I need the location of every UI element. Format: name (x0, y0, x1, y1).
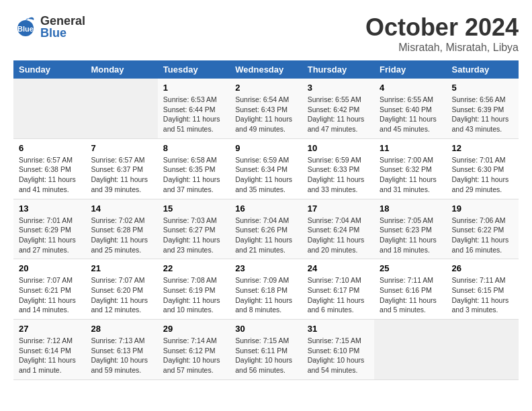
calendar-cell: 29Sunrise: 7:14 AMSunset: 6:12 PMDayligh… (158, 320, 230, 380)
calendar-cell: 21Sunrise: 7:07 AMSunset: 6:20 PMDayligh… (85, 259, 157, 320)
day-number: 29 (163, 324, 224, 334)
day-number: 22 (163, 263, 224, 273)
calendar-cell: 5Sunrise: 6:56 AMSunset: 6:39 PMDaylight… (447, 79, 519, 138)
day-number: 21 (91, 263, 152, 273)
calendar-cell: 23Sunrise: 7:09 AMSunset: 6:18 PMDayligh… (230, 259, 302, 320)
calendar-cell: 4Sunrise: 6:55 AMSunset: 6:40 PMDaylight… (374, 79, 446, 138)
calendar-cell (447, 320, 519, 380)
day-header-saturday: Saturday (447, 60, 519, 79)
calendar-cell: 12Sunrise: 7:01 AMSunset: 6:30 PMDayligh… (447, 138, 519, 199)
day-number: 19 (452, 203, 513, 214)
calendar-cell: 19Sunrise: 7:06 AMSunset: 6:22 PMDayligh… (447, 199, 519, 259)
day-number: 1 (163, 83, 224, 93)
week-row-4: 20Sunrise: 7:07 AMSunset: 6:21 PMDayligh… (13, 259, 519, 320)
calendar-cell: 14Sunrise: 7:02 AMSunset: 6:28 PMDayligh… (85, 199, 157, 259)
calendar-cell: 28Sunrise: 7:13 AMSunset: 6:13 PMDayligh… (85, 320, 157, 380)
week-row-1: 1Sunrise: 6:53 AMSunset: 6:44 PMDaylight… (13, 79, 519, 138)
day-number: 23 (235, 263, 296, 273)
day-info: Sunrise: 7:07 AMSunset: 6:20 PMDaylight:… (91, 275, 152, 315)
day-info: Sunrise: 6:55 AMSunset: 6:42 PMDaylight:… (308, 95, 369, 134)
day-info: Sunrise: 7:13 AMSunset: 6:13 PMDaylight:… (91, 336, 152, 375)
day-info: Sunrise: 7:09 AMSunset: 6:18 PMDaylight:… (235, 275, 296, 315)
calendar-cell: 22Sunrise: 7:08 AMSunset: 6:19 PMDayligh… (158, 259, 230, 320)
day-header-sunday: Sunday (13, 60, 85, 79)
day-number: 10 (308, 143, 369, 153)
day-number: 12 (452, 143, 513, 153)
calendar-cell: 8Sunrise: 6:58 AMSunset: 6:35 PMDaylight… (158, 138, 230, 199)
day-info: Sunrise: 7:01 AMSunset: 6:30 PMDaylight:… (452, 155, 513, 195)
calendar-cell: 6Sunrise: 6:57 AMSunset: 6:38 PMDaylight… (13, 138, 85, 199)
calendar-cell: 18Sunrise: 7:05 AMSunset: 6:23 PMDayligh… (374, 199, 446, 259)
day-number: 5 (452, 83, 513, 93)
calendar-cell: 13Sunrise: 7:01 AMSunset: 6:29 PMDayligh… (13, 199, 85, 259)
day-number: 6 (19, 143, 80, 153)
calendar-cell: 25Sunrise: 7:11 AMSunset: 6:16 PMDayligh… (374, 259, 446, 320)
logo: Blue General Blue (13, 13, 85, 41)
day-info: Sunrise: 7:03 AMSunset: 6:27 PMDaylight:… (163, 216, 224, 255)
day-number: 17 (308, 203, 369, 214)
calendar-cell: 2Sunrise: 6:54 AMSunset: 6:43 PMDaylight… (230, 79, 302, 138)
logo-general-text: General (40, 15, 85, 27)
day-number: 4 (380, 83, 441, 93)
calendar-cell: 30Sunrise: 7:15 AMSunset: 6:11 PMDayligh… (230, 320, 302, 380)
calendar-cell: 9Sunrise: 6:59 AMSunset: 6:34 PMDaylight… (230, 138, 302, 199)
day-number: 2 (235, 83, 296, 93)
day-number: 14 (91, 203, 152, 214)
day-number: 24 (308, 263, 369, 273)
day-info: Sunrise: 6:56 AMSunset: 6:39 PMDaylight:… (452, 95, 513, 134)
day-number: 28 (91, 324, 152, 334)
calendar-cell: 26Sunrise: 7:11 AMSunset: 6:15 PMDayligh… (447, 259, 519, 320)
calendar-cell: 11Sunrise: 7:00 AMSunset: 6:32 PMDayligh… (374, 138, 446, 199)
day-info: Sunrise: 7:01 AMSunset: 6:29 PMDaylight:… (19, 216, 80, 255)
day-info: Sunrise: 7:08 AMSunset: 6:19 PMDaylight:… (163, 275, 224, 315)
day-header-friday: Friday (374, 60, 446, 79)
day-info: Sunrise: 7:11 AMSunset: 6:16 PMDaylight:… (380, 275, 441, 315)
day-info: Sunrise: 6:59 AMSunset: 6:33 PMDaylight:… (308, 155, 369, 195)
logo-blue-text: Blue (40, 27, 85, 39)
calendar-cell (13, 79, 85, 138)
svg-text:Blue: Blue (17, 25, 34, 33)
month-title: October 2024 (365, 13, 519, 42)
day-info: Sunrise: 7:07 AMSunset: 6:21 PMDaylight:… (19, 275, 80, 315)
day-info: Sunrise: 7:15 AMSunset: 6:11 PMDaylight:… (235, 336, 296, 375)
day-info: Sunrise: 7:00 AMSunset: 6:32 PMDaylight:… (380, 155, 441, 195)
calendar-cell: 1Sunrise: 6:53 AMSunset: 6:44 PMDaylight… (158, 79, 230, 138)
day-info: Sunrise: 6:57 AMSunset: 6:38 PMDaylight:… (19, 155, 80, 195)
day-info: Sunrise: 7:11 AMSunset: 6:15 PMDaylight:… (452, 275, 513, 315)
day-info: Sunrise: 7:12 AMSunset: 6:14 PMDaylight:… (19, 336, 80, 375)
day-number: 8 (163, 143, 224, 153)
day-number: 30 (235, 324, 296, 334)
location-subtitle: Misratah, Misratah, Libya (365, 42, 519, 54)
day-info: Sunrise: 7:06 AMSunset: 6:22 PMDaylight:… (452, 216, 513, 255)
week-row-2: 6Sunrise: 6:57 AMSunset: 6:38 PMDaylight… (13, 138, 519, 199)
day-info: Sunrise: 7:14 AMSunset: 6:12 PMDaylight:… (163, 336, 224, 375)
day-number: 18 (380, 203, 441, 214)
day-info: Sunrise: 6:53 AMSunset: 6:44 PMDaylight:… (163, 95, 224, 134)
day-info: Sunrise: 6:58 AMSunset: 6:35 PMDaylight:… (163, 155, 224, 195)
calendar-cell: 7Sunrise: 6:57 AMSunset: 6:37 PMDaylight… (85, 138, 157, 199)
day-info: Sunrise: 6:59 AMSunset: 6:34 PMDaylight:… (235, 155, 296, 195)
calendar-cell (85, 79, 157, 138)
calendar-cell: 27Sunrise: 7:12 AMSunset: 6:14 PMDayligh… (13, 320, 85, 380)
calendar-cell: 15Sunrise: 7:03 AMSunset: 6:27 PMDayligh… (158, 199, 230, 259)
day-number: 9 (235, 143, 296, 153)
day-header-tuesday: Tuesday (158, 60, 230, 79)
day-number: 20 (19, 263, 80, 273)
day-number: 13 (19, 203, 80, 214)
calendar-cell (374, 320, 446, 380)
day-info: Sunrise: 7:10 AMSunset: 6:17 PMDaylight:… (308, 275, 369, 315)
day-info: Sunrise: 6:54 AMSunset: 6:43 PMDaylight:… (235, 95, 296, 134)
calendar-cell: 20Sunrise: 7:07 AMSunset: 6:21 PMDayligh… (13, 259, 85, 320)
day-header-monday: Monday (85, 60, 157, 79)
days-header-row: SundayMondayTuesdayWednesdayThursdayFrid… (13, 60, 519, 79)
week-row-5: 27Sunrise: 7:12 AMSunset: 6:14 PMDayligh… (13, 320, 519, 380)
calendar-table: SundayMondayTuesdayWednesdayThursdayFrid… (13, 60, 519, 380)
day-info: Sunrise: 7:04 AMSunset: 6:24 PMDaylight:… (308, 216, 369, 255)
day-number: 27 (19, 324, 80, 334)
calendar-cell: 3Sunrise: 6:55 AMSunset: 6:42 PMDaylight… (302, 79, 374, 138)
calendar-cell: 24Sunrise: 7:10 AMSunset: 6:17 PMDayligh… (302, 259, 374, 320)
calendar-cell: 17Sunrise: 7:04 AMSunset: 6:24 PMDayligh… (302, 199, 374, 259)
day-number: 7 (91, 143, 152, 153)
calendar-cell: 16Sunrise: 7:04 AMSunset: 6:26 PMDayligh… (230, 199, 302, 259)
calendar-cell: 10Sunrise: 6:59 AMSunset: 6:33 PMDayligh… (302, 138, 374, 199)
